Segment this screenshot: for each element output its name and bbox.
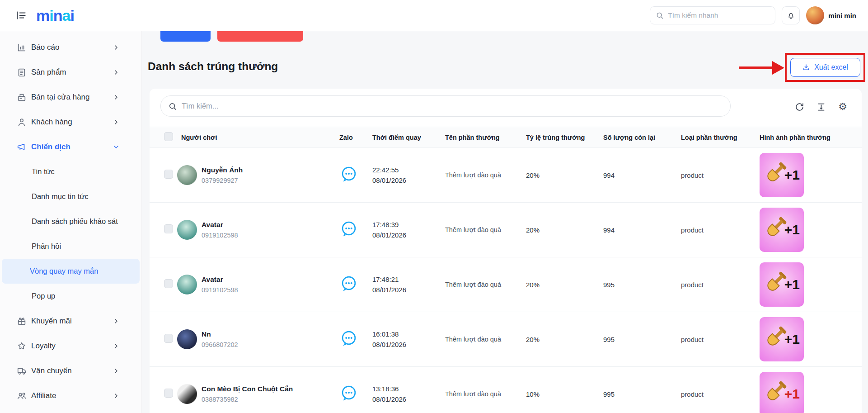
sidebar-item-van-chuyen[interactable]: Vận chuyển — [0, 358, 141, 383]
reward-image-label: +1 — [784, 277, 800, 292]
row-checkbox[interactable] — [164, 389, 173, 398]
chevron-down-icon — [113, 143, 120, 151]
win-rate: 20% — [526, 281, 603, 289]
user-avatar — [806, 6, 824, 24]
sidebar-subitem-danh-muc-tin-tuc[interactable]: Danh mục tin tức — [2, 184, 140, 209]
player-phone: 0966807202 — [202, 341, 238, 348]
reward-image-label: +1 — [784, 222, 800, 237]
reward-image: +1 — [760, 208, 804, 252]
reward-name: Thêm lượt đào quà — [445, 226, 526, 233]
sidebar-subitem-label: Pop up — [32, 292, 55, 300]
player-name: Avatar — [202, 275, 238, 284]
export-excel-button[interactable]: Xuất excel — [790, 58, 860, 77]
sidebar-subitem-pop-up[interactable]: Pop up — [2, 284, 140, 309]
search-icon — [168, 102, 177, 111]
sidebar-item-label: Khách hàng — [31, 118, 72, 127]
remaining-quantity: 995 — [603, 336, 681, 343]
reward-name: Thêm lượt đào quà — [445, 281, 526, 288]
report-icon — [17, 43, 27, 52]
sidebar-item-khach-hang[interactable]: Khách hàng — [0, 109, 141, 134]
sidebar-item-san-pham[interactable]: Sản phẩm — [0, 60, 141, 85]
player-avatar — [177, 329, 197, 349]
sidebar-subitem-tin-tuc[interactable]: Tin tức — [2, 159, 140, 184]
refresh-icon[interactable] — [794, 101, 805, 112]
spin-date: 08/01/2026 — [372, 394, 445, 404]
reward-name: Thêm lượt đào quà — [445, 390, 526, 398]
logo-letter: m — [36, 7, 49, 24]
zalo-chat-icon[interactable] — [339, 384, 358, 403]
affiliate-users-icon — [17, 391, 27, 401]
table-row: Nn 0966807202 16:01:38 08/01/2026 Thêm l… — [150, 312, 862, 367]
sidebar-item-affiliate[interactable]: Affiliate — [0, 383, 141, 408]
remaining-quantity: 995 — [603, 390, 681, 398]
annotation-highlight-box: Xuất excel — [785, 53, 865, 82]
player-avatar — [177, 384, 197, 404]
sidebar-item-ban-tai-cua-hang[interactable]: Bán tại cửa hàng — [0, 85, 141, 109]
remaining-quantity: 995 — [603, 281, 681, 289]
row-height-icon[interactable] — [816, 101, 826, 112]
sidebar-item-label: Loyalty — [31, 342, 56, 351]
search-icon — [656, 11, 664, 19]
spin-date: 08/01/2026 — [372, 230, 445, 240]
column-header-remaining: Số lượng còn lại — [603, 134, 681, 141]
reward-type: product — [681, 390, 760, 398]
player-name: Avatar — [202, 221, 238, 229]
spin-date: 08/01/2026 — [372, 285, 445, 295]
zalo-chat-icon[interactable] — [339, 329, 358, 348]
sidebar-toggle-icon[interactable] — [15, 9, 27, 21]
row-checkbox[interactable] — [164, 224, 173, 233]
reward-image: +1 — [760, 262, 804, 307]
win-rate: 20% — [526, 226, 603, 234]
truck-icon — [17, 366, 27, 376]
player-name: Nguyễn Ánh — [202, 166, 243, 174]
table-search-input[interactable] — [182, 102, 723, 110]
player-phone: 0919102598 — [202, 232, 238, 239]
chevron-right-icon — [113, 342, 120, 350]
row-checkbox[interactable] — [164, 334, 173, 343]
sidebar-item-label: Affiliate — [31, 391, 56, 400]
column-header-zalo: Zalo — [339, 134, 372, 141]
player-phone: 0379929927 — [202, 177, 243, 184]
global-search-input[interactable] — [668, 11, 769, 19]
customer-icon — [17, 117, 27, 127]
settings-gear-icon[interactable]: ⚙ — [837, 101, 848, 112]
partial-blue-button[interactable] — [160, 31, 211, 42]
reward-image-label: +1 — [784, 386, 800, 402]
sidebar-item-bao-cao[interactable]: Báo cáo — [0, 35, 141, 60]
sidebar-item-khuyen-mai[interactable]: Khuyến mãi — [0, 309, 141, 333]
topbar: minai mini min — [0, 0, 868, 31]
sidebar-item-loyalty[interactable]: Loyalty — [0, 333, 141, 358]
zalo-chat-icon[interactable] — [339, 165, 358, 184]
player-phone: 0388735982 — [202, 396, 293, 403]
chevron-right-icon — [113, 44, 120, 51]
chevron-right-icon — [113, 392, 120, 399]
chevron-right-icon — [113, 318, 120, 325]
sidebar-subitem-vong-quay-may-man[interactable]: Vòng quay may mắn — [2, 259, 140, 284]
download-icon — [802, 63, 810, 71]
app-logo[interactable]: minai — [36, 8, 74, 23]
reward-image-label: +1 — [784, 332, 800, 347]
zalo-chat-icon[interactable] — [339, 219, 358, 238]
zalo-chat-icon[interactable] — [339, 274, 358, 293]
partial-red-button[interactable] — [217, 31, 303, 42]
sidebar-subitem-danh-sach-phieu-khao-sat[interactable]: Danh sách phiếu khảo sát — [2, 209, 140, 234]
notifications-button[interactable] — [782, 6, 800, 24]
sidebar-subitem-label: Danh sách phiếu khảo sát — [32, 217, 118, 226]
logo-letter: i — [49, 7, 53, 24]
sidebar-subitem-phan-hoi[interactable]: Phản hồi — [2, 234, 140, 259]
row-checkbox[interactable] — [164, 170, 173, 179]
chevron-right-icon — [113, 119, 120, 126]
winners-card: ⚙ Người chơi Zalo Thời điểm quay Tên phầ… — [150, 89, 862, 413]
spin-time: 22:42:55 — [372, 165, 445, 175]
sidebar-subitem-label: Danh mục tin tức — [32, 192, 89, 201]
store-icon — [17, 92, 27, 102]
sidebar-item-chien-dich[interactable]: Chiến dịch — [0, 134, 141, 159]
campaign-megaphone-icon — [17, 142, 27, 152]
select-all-checkbox[interactable] — [164, 132, 173, 141]
player-name: Nn — [202, 330, 238, 338]
player-phone: 0919102598 — [202, 286, 238, 294]
export-excel-label: Xuất excel — [814, 63, 848, 71]
row-checkbox[interactable] — [164, 279, 173, 288]
player-avatar — [177, 165, 197, 185]
user-menu[interactable]: mini min — [806, 6, 856, 24]
